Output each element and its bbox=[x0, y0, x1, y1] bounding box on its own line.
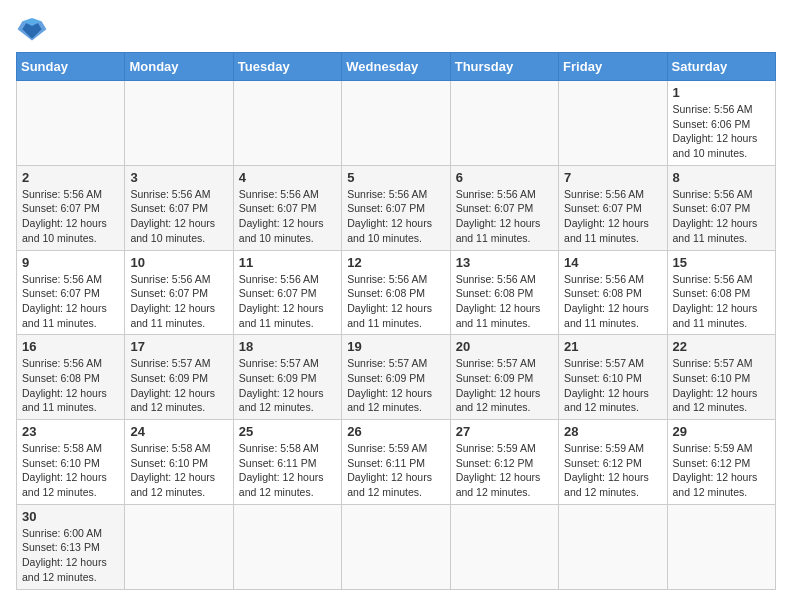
calendar-cell bbox=[125, 81, 233, 166]
calendar-cell: 25Sunrise: 5:58 AM Sunset: 6:11 PM Dayli… bbox=[233, 420, 341, 505]
day-info: Sunrise: 5:57 AM Sunset: 6:10 PM Dayligh… bbox=[673, 356, 770, 415]
day-number: 19 bbox=[347, 339, 444, 354]
day-number: 27 bbox=[456, 424, 553, 439]
day-info: Sunrise: 5:57 AM Sunset: 6:09 PM Dayligh… bbox=[239, 356, 336, 415]
day-number: 17 bbox=[130, 339, 227, 354]
day-number: 5 bbox=[347, 170, 444, 185]
day-info: Sunrise: 5:56 AM Sunset: 6:07 PM Dayligh… bbox=[239, 272, 336, 331]
week-row-5: 23Sunrise: 5:58 AM Sunset: 6:10 PM Dayli… bbox=[17, 420, 776, 505]
day-info: Sunrise: 5:56 AM Sunset: 6:06 PM Dayligh… bbox=[673, 102, 770, 161]
day-header-friday: Friday bbox=[559, 53, 667, 81]
calendar-cell bbox=[667, 504, 775, 589]
calendar-cell: 4Sunrise: 5:56 AM Sunset: 6:07 PM Daylig… bbox=[233, 165, 341, 250]
day-number: 4 bbox=[239, 170, 336, 185]
day-info: Sunrise: 5:58 AM Sunset: 6:11 PM Dayligh… bbox=[239, 441, 336, 500]
calendar-cell: 20Sunrise: 5:57 AM Sunset: 6:09 PM Dayli… bbox=[450, 335, 558, 420]
week-row-6: 30Sunrise: 6:00 AM Sunset: 6:13 PM Dayli… bbox=[17, 504, 776, 589]
day-number: 26 bbox=[347, 424, 444, 439]
day-number: 1 bbox=[673, 85, 770, 100]
day-info: Sunrise: 5:56 AM Sunset: 6:07 PM Dayligh… bbox=[22, 272, 119, 331]
calendar-cell: 29Sunrise: 5:59 AM Sunset: 6:12 PM Dayli… bbox=[667, 420, 775, 505]
day-info: Sunrise: 5:56 AM Sunset: 6:07 PM Dayligh… bbox=[564, 187, 661, 246]
calendar-cell: 30Sunrise: 6:00 AM Sunset: 6:13 PM Dayli… bbox=[17, 504, 125, 589]
day-number: 18 bbox=[239, 339, 336, 354]
day-info: Sunrise: 5:56 AM Sunset: 6:07 PM Dayligh… bbox=[130, 272, 227, 331]
day-header-thursday: Thursday bbox=[450, 53, 558, 81]
calendar-cell: 5Sunrise: 5:56 AM Sunset: 6:07 PM Daylig… bbox=[342, 165, 450, 250]
week-row-2: 2Sunrise: 5:56 AM Sunset: 6:07 PM Daylig… bbox=[17, 165, 776, 250]
day-info: Sunrise: 5:56 AM Sunset: 6:07 PM Dayligh… bbox=[22, 187, 119, 246]
calendar-cell: 7Sunrise: 5:56 AM Sunset: 6:07 PM Daylig… bbox=[559, 165, 667, 250]
day-info: Sunrise: 5:56 AM Sunset: 6:08 PM Dayligh… bbox=[564, 272, 661, 331]
day-header-monday: Monday bbox=[125, 53, 233, 81]
day-number: 15 bbox=[673, 255, 770, 270]
day-number: 14 bbox=[564, 255, 661, 270]
calendar-cell: 1Sunrise: 5:56 AM Sunset: 6:06 PM Daylig… bbox=[667, 81, 775, 166]
day-number: 11 bbox=[239, 255, 336, 270]
day-info: Sunrise: 5:57 AM Sunset: 6:09 PM Dayligh… bbox=[130, 356, 227, 415]
day-info: Sunrise: 5:57 AM Sunset: 6:09 PM Dayligh… bbox=[347, 356, 444, 415]
week-row-3: 9Sunrise: 5:56 AM Sunset: 6:07 PM Daylig… bbox=[17, 250, 776, 335]
calendar-cell: 19Sunrise: 5:57 AM Sunset: 6:09 PM Dayli… bbox=[342, 335, 450, 420]
day-number: 23 bbox=[22, 424, 119, 439]
calendar-cell: 22Sunrise: 5:57 AM Sunset: 6:10 PM Dayli… bbox=[667, 335, 775, 420]
day-number: 21 bbox=[564, 339, 661, 354]
day-header-wednesday: Wednesday bbox=[342, 53, 450, 81]
calendar-cell: 12Sunrise: 5:56 AM Sunset: 6:08 PM Dayli… bbox=[342, 250, 450, 335]
day-info: Sunrise: 5:56 AM Sunset: 6:07 PM Dayligh… bbox=[347, 187, 444, 246]
day-info: Sunrise: 5:59 AM Sunset: 6:11 PM Dayligh… bbox=[347, 441, 444, 500]
general-blue-logo-icon bbox=[16, 16, 48, 44]
calendar-cell: 10Sunrise: 5:56 AM Sunset: 6:07 PM Dayli… bbox=[125, 250, 233, 335]
calendar-cell bbox=[342, 81, 450, 166]
day-info: Sunrise: 5:57 AM Sunset: 6:09 PM Dayligh… bbox=[456, 356, 553, 415]
calendar-cell: 24Sunrise: 5:58 AM Sunset: 6:10 PM Dayli… bbox=[125, 420, 233, 505]
calendar-cell: 3Sunrise: 5:56 AM Sunset: 6:07 PM Daylig… bbox=[125, 165, 233, 250]
day-info: Sunrise: 5:56 AM Sunset: 6:08 PM Dayligh… bbox=[456, 272, 553, 331]
calendar-table: SundayMondayTuesdayWednesdayThursdayFrid… bbox=[16, 52, 776, 590]
day-number: 22 bbox=[673, 339, 770, 354]
day-number: 25 bbox=[239, 424, 336, 439]
day-info: Sunrise: 5:58 AM Sunset: 6:10 PM Dayligh… bbox=[130, 441, 227, 500]
calendar-cell: 6Sunrise: 5:56 AM Sunset: 6:07 PM Daylig… bbox=[450, 165, 558, 250]
day-info: Sunrise: 6:00 AM Sunset: 6:13 PM Dayligh… bbox=[22, 526, 119, 585]
day-number: 30 bbox=[22, 509, 119, 524]
day-number: 3 bbox=[130, 170, 227, 185]
day-number: 24 bbox=[130, 424, 227, 439]
day-info: Sunrise: 5:56 AM Sunset: 6:07 PM Dayligh… bbox=[456, 187, 553, 246]
calendar-cell bbox=[17, 81, 125, 166]
day-info: Sunrise: 5:56 AM Sunset: 6:08 PM Dayligh… bbox=[347, 272, 444, 331]
calendar-cell: 9Sunrise: 5:56 AM Sunset: 6:07 PM Daylig… bbox=[17, 250, 125, 335]
calendar-cell: 2Sunrise: 5:56 AM Sunset: 6:07 PM Daylig… bbox=[17, 165, 125, 250]
calendar-cell: 16Sunrise: 5:56 AM Sunset: 6:08 PM Dayli… bbox=[17, 335, 125, 420]
day-number: 2 bbox=[22, 170, 119, 185]
day-info: Sunrise: 5:57 AM Sunset: 6:10 PM Dayligh… bbox=[564, 356, 661, 415]
week-row-4: 16Sunrise: 5:56 AM Sunset: 6:08 PM Dayli… bbox=[17, 335, 776, 420]
calendar-cell: 15Sunrise: 5:56 AM Sunset: 6:08 PM Dayli… bbox=[667, 250, 775, 335]
day-number: 28 bbox=[564, 424, 661, 439]
day-info: Sunrise: 5:56 AM Sunset: 6:08 PM Dayligh… bbox=[22, 356, 119, 415]
day-number: 29 bbox=[673, 424, 770, 439]
day-number: 10 bbox=[130, 255, 227, 270]
calendar-cell: 17Sunrise: 5:57 AM Sunset: 6:09 PM Dayli… bbox=[125, 335, 233, 420]
logo bbox=[16, 16, 52, 44]
calendar-cell bbox=[342, 504, 450, 589]
day-number: 20 bbox=[456, 339, 553, 354]
day-info: Sunrise: 5:59 AM Sunset: 6:12 PM Dayligh… bbox=[673, 441, 770, 500]
calendar-cell: 14Sunrise: 5:56 AM Sunset: 6:08 PM Dayli… bbox=[559, 250, 667, 335]
week-row-1: 1Sunrise: 5:56 AM Sunset: 6:06 PM Daylig… bbox=[17, 81, 776, 166]
day-header-saturday: Saturday bbox=[667, 53, 775, 81]
calendar-cell: 11Sunrise: 5:56 AM Sunset: 6:07 PM Dayli… bbox=[233, 250, 341, 335]
day-info: Sunrise: 5:56 AM Sunset: 6:07 PM Dayligh… bbox=[239, 187, 336, 246]
days-of-week-row: SundayMondayTuesdayWednesdayThursdayFrid… bbox=[17, 53, 776, 81]
day-info: Sunrise: 5:56 AM Sunset: 6:07 PM Dayligh… bbox=[673, 187, 770, 246]
calendar-cell: 18Sunrise: 5:57 AM Sunset: 6:09 PM Dayli… bbox=[233, 335, 341, 420]
day-header-sunday: Sunday bbox=[17, 53, 125, 81]
day-info: Sunrise: 5:56 AM Sunset: 6:08 PM Dayligh… bbox=[673, 272, 770, 331]
calendar-cell bbox=[450, 504, 558, 589]
day-info: Sunrise: 5:59 AM Sunset: 6:12 PM Dayligh… bbox=[564, 441, 661, 500]
calendar-cell: 23Sunrise: 5:58 AM Sunset: 6:10 PM Dayli… bbox=[17, 420, 125, 505]
day-info: Sunrise: 5:56 AM Sunset: 6:07 PM Dayligh… bbox=[130, 187, 227, 246]
calendar-cell: 26Sunrise: 5:59 AM Sunset: 6:11 PM Dayli… bbox=[342, 420, 450, 505]
day-number: 12 bbox=[347, 255, 444, 270]
calendar-cell: 8Sunrise: 5:56 AM Sunset: 6:07 PM Daylig… bbox=[667, 165, 775, 250]
